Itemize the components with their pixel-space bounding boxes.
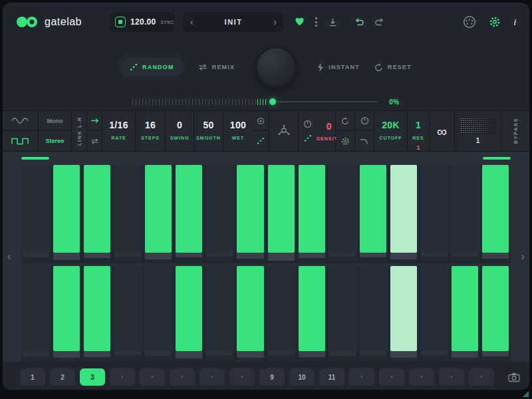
- step-a-3[interactable]: [82, 165, 113, 253]
- filter-refresh-button[interactable]: [336, 111, 354, 131]
- preset-prev-button[interactable]: ‹: [190, 17, 194, 27]
- accent-b-3[interactable]: [82, 351, 113, 362]
- step-a-15[interactable]: [450, 165, 481, 253]
- accent-b-16[interactable]: [481, 351, 511, 362]
- pattern-slot-12[interactable]: •: [349, 368, 374, 386]
- random-button[interactable]: RANDOM: [120, 58, 184, 76]
- step-a-5[interactable]: [144, 165, 174, 253]
- step-b-3[interactable]: [82, 266, 113, 351]
- range-indicator-left[interactable]: [21, 157, 49, 160]
- instant-button[interactable]: INSTANT: [317, 63, 360, 72]
- slider-ticks[interactable]: [132, 99, 257, 105]
- stereo-button[interactable]: Stereo: [39, 131, 71, 151]
- param-wet-control[interactable]: 100WET: [223, 111, 253, 151]
- waveform-sine-button[interactable]: [3, 111, 38, 131]
- step-b-7[interactable]: [205, 266, 235, 351]
- step-b-4[interactable]: [113, 266, 144, 351]
- randomizer-control[interactable]: [269, 111, 299, 151]
- resize-handle[interactable]: [523, 391, 529, 397]
- sync-label[interactable]: SYNC: [161, 20, 174, 25]
- range-indicator-right[interactable]: [483, 157, 511, 160]
- accent-b-1[interactable]: [21, 351, 52, 362]
- accent-a-11[interactable]: [328, 253, 358, 263]
- main-knob[interactable]: [255, 46, 297, 88]
- step-b-13[interactable]: [389, 266, 420, 351]
- accent-a-16[interactable]: [481, 253, 511, 263]
- gate-bar[interactable]: [482, 266, 509, 351]
- save-preset-button[interactable]: [329, 18, 337, 27]
- pattern-slot-4[interactable]: •: [110, 368, 135, 386]
- step-a-14[interactable]: [420, 165, 450, 253]
- info-button[interactable]: i: [513, 17, 516, 27]
- pattern-slot-10[interactable]: 10: [289, 368, 315, 386]
- accent-b-11[interactable]: [328, 351, 358, 362]
- remix-button[interactable]: REMIX: [198, 64, 235, 70]
- bpm-value[interactable]: 120.00: [130, 17, 156, 27]
- gate-bar-current[interactable]: [390, 165, 417, 253]
- scatter-steps-button[interactable]: [253, 131, 269, 151]
- bpm-box[interactable]: 120.00 SYNC: [110, 12, 175, 32]
- step-b-10[interactable]: [297, 266, 328, 351]
- accent-a-13[interactable]: [389, 253, 420, 263]
- step-a-12[interactable]: [358, 165, 389, 253]
- gate-bar[interactable]: [145, 165, 172, 253]
- gate-bar[interactable]: [268, 165, 295, 253]
- reset-button[interactable]: RESET: [374, 63, 412, 72]
- pattern-slot-7[interactable]: •: [200, 368, 225, 386]
- step-a-1[interactable]: [21, 165, 52, 253]
- gate-bar[interactable]: [299, 165, 325, 253]
- mono-button[interactable]: Mono: [39, 111, 71, 131]
- step-a-6[interactable]: [174, 165, 205, 253]
- pattern-slot-16[interactable]: •: [469, 368, 494, 386]
- step-b-16[interactable]: [481, 266, 511, 351]
- undo-button[interactable]: [354, 18, 364, 26]
- pattern-slot-14[interactable]: •: [409, 368, 434, 386]
- slider-rail[interactable]: [277, 101, 377, 102]
- infinite-loop-button[interactable]: ∞: [430, 111, 455, 151]
- step-a-7[interactable]: [205, 165, 235, 253]
- accent-a-8[interactable]: [235, 253, 266, 263]
- link-lr-toggle[interactable]: LINK L-R: [72, 111, 87, 151]
- pattern-slot-13[interactable]: •: [379, 368, 404, 386]
- step-b-15[interactable]: [450, 266, 481, 351]
- step-b-9[interactable]: [267, 266, 297, 351]
- pattern-slot-11[interactable]: 11: [319, 368, 344, 386]
- accent-a-9[interactable]: [267, 253, 297, 263]
- cutoff-control[interactable]: 20K CUTOFF: [374, 111, 408, 151]
- pattern-slot-6[interactable]: •: [170, 368, 195, 386]
- scroll-right-button[interactable]: ›: [521, 250, 525, 263]
- pattern-slot-8[interactable]: •: [229, 368, 255, 386]
- slider-thumb[interactable]: [269, 98, 276, 105]
- filter-curve-button[interactable]: [355, 131, 374, 151]
- favorite-button[interactable]: [295, 18, 304, 26]
- step-b-8[interactable]: [235, 266, 266, 351]
- step-a-10[interactable]: [297, 165, 328, 253]
- accent-a-1[interactable]: [21, 253, 52, 263]
- noise-texture-thumbnail[interactable]: [460, 118, 496, 134]
- pattern-slot-9[interactable]: 9: [259, 368, 285, 386]
- gate-bar[interactable]: [176, 266, 202, 351]
- param-swing-control[interactable]: 0SWING: [166, 111, 194, 151]
- pattern-slot-15[interactable]: •: [439, 368, 464, 386]
- gate-bar[interactable]: [84, 165, 110, 253]
- texture-selector[interactable]: 1: [455, 111, 501, 151]
- bypass-toggle[interactable]: BYPASS: [501, 111, 529, 151]
- gate-bar-current[interactable]: [390, 266, 417, 351]
- step-a-4[interactable]: [113, 165, 144, 253]
- accent-b-12[interactable]: [358, 351, 389, 362]
- scroll-left-button[interactable]: ‹: [7, 250, 11, 263]
- step-a-16[interactable]: [481, 165, 511, 253]
- midi-button[interactable]: [463, 15, 476, 29]
- gate-bar[interactable]: [299, 266, 325, 351]
- accent-b-7[interactable]: [205, 351, 235, 362]
- slider-ticks-active[interactable]: [257, 99, 268, 105]
- accent-a-3[interactable]: [82, 253, 113, 263]
- step-a-8[interactable]: [235, 165, 266, 253]
- accent-b-15[interactable]: [450, 351, 481, 362]
- accent-b-13[interactable]: [389, 351, 420, 362]
- snapshot-button[interactable]: [508, 372, 520, 382]
- pattern-slot-3[interactable]: 3: [80, 368, 105, 386]
- accent-b-5[interactable]: [144, 351, 174, 362]
- accent-a-15[interactable]: [450, 253, 481, 263]
- gate-bar[interactable]: [237, 165, 263, 253]
